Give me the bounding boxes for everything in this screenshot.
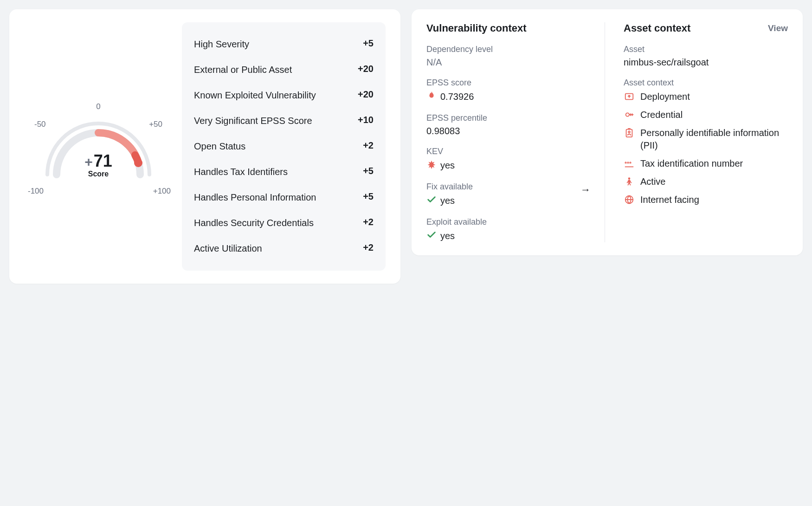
view-link[interactable]: View: [768, 23, 788, 33]
factor-row: High Severity+5: [194, 32, 374, 57]
gauge-score-value: +71: [29, 151, 168, 171]
globe-icon: [624, 194, 635, 205]
epss-percentile-field: EPSS percentile 0.98083: [426, 113, 591, 136]
factor-row: Handles Personal Information+5: [194, 185, 374, 210]
score-factors-panel: High Severity+5External or Public Asset+…: [182, 22, 386, 271]
score-card: 0 -50 +50 -100 +100 +71 Score High Sever…: [9, 9, 400, 284]
gauge-score-label: Score: [29, 170, 168, 178]
gauge-section: 0 -50 +50 -100 +100 +71 Score: [24, 22, 173, 271]
factor-value: +2: [363, 140, 374, 151]
dependency-level-label: Dependency level: [426, 45, 591, 54]
fix-available-label: Fix available: [426, 182, 591, 192]
factor-label: Known Exploited Vulnerability: [194, 89, 348, 102]
id-badge-icon: [624, 127, 635, 138]
gauge-tick-m50: -50: [34, 120, 46, 129]
explosion-icon: [426, 159, 437, 172]
asset-context-column: Asset context View Asset nimbus-sec/rail…: [624, 22, 788, 242]
deployment-icon: [624, 91, 635, 102]
epss-percentile-value: 0.98083: [426, 126, 591, 136]
gauge-tick-p50: +50: [149, 120, 162, 129]
key-icon: [624, 109, 635, 120]
check-icon: [426, 230, 437, 242]
epss-score-label: EPSS score: [426, 78, 591, 88]
factor-row: Handles Tax Identifiers+5: [194, 159, 374, 185]
asset-context-heading: Asset context: [624, 22, 690, 34]
dependency-level-value: N/A: [426, 57, 591, 68]
gauge: 0 -50 +50 -100 +100 +71 Score: [29, 100, 168, 193]
check-icon: [426, 195, 437, 207]
kev-field: KEV yes: [426, 147, 591, 172]
context-card: Vulnerability context Dependency level N…: [412, 9, 803, 255]
factor-label: Very Significant EPSS Score: [194, 115, 348, 127]
exploit-available-label: Exploit available: [426, 217, 591, 227]
factor-value: +5: [363, 191, 374, 202]
factor-label: External or Public Asset: [194, 64, 348, 76]
factor-label: High Severity: [194, 38, 354, 51]
asterisks-icon: ***: [624, 157, 635, 169]
svg-point-4: [628, 131, 630, 133]
factor-row: Very Significant EPSS Score+10: [194, 108, 374, 134]
flame-icon: [426, 91, 437, 103]
factor-value: +20: [358, 89, 374, 100]
gauge-tick-p100: +100: [153, 187, 171, 196]
asset-context-item-label: Active: [640, 175, 665, 188]
asset-context-item-label: Internet facing: [640, 194, 699, 206]
factor-label: Handles Security Credentials: [194, 217, 354, 229]
factor-value: +5: [363, 38, 374, 49]
asset-context-item-label: Credential: [640, 109, 683, 121]
svg-text:***: ***: [625, 160, 632, 167]
factor-label: Handles Tax Identifiers: [194, 166, 354, 178]
kev-value: yes: [426, 159, 591, 172]
exploit-available-value: yes: [426, 230, 591, 242]
asset-context-item-label: Personally identifiable information (PII…: [640, 127, 788, 152]
asset-context-item: Personally identifiable information (PII…: [624, 127, 788, 152]
factor-label: Active Utilization: [194, 242, 354, 255]
person-icon: [624, 175, 635, 187]
asset-context-list-label: Asset context: [624, 78, 788, 88]
factor-value: +20: [358, 64, 374, 74]
factor-label: Handles Personal Information: [194, 191, 354, 204]
asset-context-item: Credential: [624, 109, 788, 121]
factor-value: +10: [358, 115, 374, 125]
factor-label: Open Status: [194, 140, 354, 153]
factor-row: Open Status+2: [194, 134, 374, 159]
asset-value: nimbus-sec/railsgoat: [624, 57, 788, 68]
asset-context-item: Internet facing: [624, 194, 788, 206]
fix-available-field[interactable]: → Fix available yes: [426, 182, 591, 207]
gauge-score-sign: +: [84, 154, 93, 169]
asset-field: Asset nimbus-sec/railsgoat: [624, 45, 788, 68]
svg-point-7: [628, 177, 631, 180]
factor-value: +5: [363, 166, 374, 176]
asset-context-list-section: Asset context DeploymentCredentialPerson…: [624, 78, 788, 206]
vulnerability-context-heading: Vulnerability context: [426, 22, 591, 34]
asset-label: Asset: [624, 45, 788, 54]
gauge-tick-m100: -100: [28, 187, 44, 196]
epss-score-value: 0.73926: [426, 91, 591, 103]
svg-point-2: [626, 113, 629, 116]
asset-context-item: Active: [624, 175, 788, 188]
vulnerability-context-column: Vulnerability context Dependency level N…: [426, 22, 605, 242]
factor-row: Active Utilization+2: [194, 236, 374, 261]
arrow-right-icon: →: [580, 184, 591, 196]
asset-context-item-label: Tax identification number: [640, 157, 743, 170]
asset-context-item: ***Tax identification number: [624, 157, 788, 170]
fix-available-value: yes: [426, 195, 591, 207]
factor-value: +2: [363, 217, 374, 227]
asset-context-item: Deployment: [624, 91, 788, 103]
asset-context-item-label: Deployment: [640, 91, 690, 103]
exploit-available-field: Exploit available yes: [426, 217, 591, 242]
dependency-level-field: Dependency level N/A: [426, 45, 591, 68]
factor-row: Known Exploited Vulnerability+20: [194, 83, 374, 108]
epss-score-field: EPSS score 0.73926: [426, 78, 591, 103]
factor-row: External or Public Asset+20: [194, 57, 374, 83]
gauge-tick-0: 0: [96, 102, 100, 111]
gauge-score-number: 71: [94, 151, 112, 170]
kev-label: KEV: [426, 147, 591, 156]
factor-value: +2: [363, 242, 374, 253]
factor-row: Handles Security Credentials+2: [194, 210, 374, 236]
epss-percentile-label: EPSS percentile: [426, 113, 591, 123]
